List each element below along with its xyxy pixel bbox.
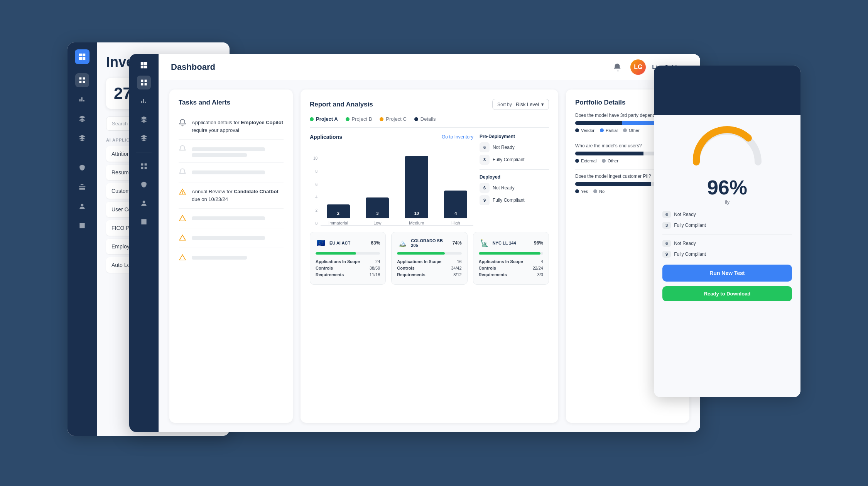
back-sidebar (68, 42, 97, 436)
sidebar-book-icon[interactable] (75, 219, 89, 233)
eu-stat-apps: Applications In Scope 24 (316, 259, 380, 264)
tab-project-b[interactable]: Project B (346, 116, 372, 123)
report-tabs: Project A Project B Project C Detai (310, 116, 549, 128)
sidebar-user-icon[interactable] (75, 199, 89, 213)
co-stat-controls: Controls 34/42 (397, 266, 461, 270)
tab-project-a[interactable]: Project A (310, 116, 338, 123)
sidebar-grid-icon[interactable] (75, 73, 89, 87)
main-sidebar (129, 54, 159, 432)
co-pct: 74% (453, 240, 462, 246)
front-stat-pre-compliant: 3 Fully Compliant (662, 222, 792, 229)
sort-value: Risk Level (516, 101, 539, 107)
bar-immaterial: 2 Immaterial (321, 204, 356, 225)
co-stat-apps: Applications In Scope 16 (397, 259, 461, 264)
main-logo (140, 61, 148, 71)
legend-other-q1: Other (623, 128, 640, 133)
go-to-inventory-link[interactable]: Go to Inventory (442, 134, 473, 140)
bar-high: 4 High (438, 191, 474, 225)
main-sidebar-cube[interactable] (137, 113, 151, 127)
sidebar-chart-icon[interactable] (75, 93, 89, 106)
other-dot-q2 (602, 159, 606, 163)
chart-title: Applications (310, 134, 342, 140)
sidebar-shield-icon[interactable] (75, 161, 89, 175)
deployed-not-ready-label: Not Ready (493, 185, 515, 191)
deployed-title: Deployed (480, 174, 549, 180)
eu-pct: 63% (371, 240, 380, 246)
bar-value-medium: 10 (414, 211, 419, 217)
sidebar-layers-icon[interactable] (75, 131, 89, 145)
task-warn-placeholder-2 (179, 228, 284, 248)
nyc-progress-fill (479, 252, 541, 255)
run-new-test-button[interactable]: Run New Test (662, 265, 792, 282)
other-dot-q1 (623, 128, 627, 132)
report-panel: Report and Analysis Sort by Risk Level ▾… (301, 89, 558, 423)
eu-stat-controls: Controls 38/59 (316, 266, 380, 270)
report-header: Report and Analysis Sort by Risk Level ▾ (310, 99, 549, 110)
compliance-eu: 🇪🇺 EU AI ACT 63% Applications In Scope (310, 232, 386, 285)
main-sidebar-apps[interactable] (137, 159, 151, 173)
sidebar-bank-icon[interactable] (75, 180, 89, 194)
main-sidebar-grid[interactable] (137, 76, 151, 89)
task-placeholder-1 (179, 140, 284, 163)
bell-icon (179, 119, 187, 127)
svg-point-0 (81, 204, 84, 206)
tab-label-a: Project A (316, 116, 338, 122)
main-sidebar-layers[interactable] (137, 131, 151, 145)
gauge-svg (689, 123, 766, 170)
back-logo (75, 49, 90, 64)
eu-progress-bar (316, 252, 380, 255)
tab-dot-b (346, 117, 350, 121)
tab-project-c[interactable]: Project C (380, 116, 406, 123)
other-label-q2: Other (608, 159, 618, 163)
deployed-not-ready-count: 6 (480, 183, 490, 193)
main-content: Dashboard LG Lisa Goldman Tasks and Aler… (159, 54, 700, 432)
co-progress-fill (397, 252, 445, 255)
applications-section: Applications Go to Inventory 10 8 6 (310, 134, 549, 226)
compliance-nyc: 🗽 NYC LL 144 96% Applications In Scope (473, 232, 549, 285)
chart-header: Applications Go to Inventory (310, 134, 473, 140)
task-item: Application details for Employee Copilot… (179, 113, 284, 140)
legend-other-q2: Other (602, 159, 618, 163)
y-label-6: 6 (310, 182, 317, 187)
y-label-2: 2 (310, 208, 317, 213)
notifications-bell[interactable] (610, 60, 624, 74)
sidebar-cube-icon[interactable] (75, 112, 89, 126)
y-label-10: 10 (310, 156, 317, 160)
main-sidebar-user[interactable] (137, 196, 151, 210)
pre-compliant: 3 Fully Compliant (480, 155, 549, 165)
sort-dropdown[interactable]: Sort by Risk Level ▾ (492, 99, 549, 110)
task-warn-placeholder-3 (179, 248, 284, 267)
tab-details[interactable]: Details (414, 116, 436, 123)
deployed-not-ready: 6 Not Ready (480, 183, 549, 193)
front-stat-dep-not-ready: 6 Not Ready (662, 240, 792, 247)
deployed-compliant-label: Fully Compliant (493, 197, 525, 203)
test-results-panel: 96% ily 6 Not Ready 3 Fully Compliant 6 … (654, 66, 800, 397)
report-title: Report and Analysis (310, 101, 373, 108)
bar-value-low: 3 (376, 211, 378, 217)
nyc-stat-requirements: Requirements 3/3 (479, 272, 543, 277)
sort-by-label: Sort by (497, 102, 512, 107)
user-avatar: LG (630, 59, 646, 75)
external-label: External (581, 159, 596, 163)
main-sidebar-chart[interactable] (137, 94, 151, 108)
compliance-suffix: ily (662, 199, 792, 205)
ready-to-download-button[interactable]: Ready to Download (662, 286, 792, 301)
stat-badge-3: 3 (662, 222, 671, 229)
tab-label-c: Project C (386, 116, 406, 122)
main-sidebar-book[interactable] (137, 215, 151, 229)
co-progress-bar (397, 252, 461, 255)
warning-icon (179, 188, 187, 196)
co-flag-icon: 🏔️ (397, 238, 408, 248)
tasks-title: Tasks and Alerts (179, 99, 284, 106)
bar-value-immaterial: 2 (337, 211, 339, 217)
main-sidebar-shield[interactable] (137, 178, 151, 192)
eu-name: EU AI ACT (329, 241, 368, 245)
stat-label-compliant-2: Fully Compliant (674, 251, 706, 257)
stat-label-compliant-1: Fully Compliant (674, 223, 706, 228)
chevron-down-icon: ▾ (541, 101, 544, 107)
partial-label: Partial (606, 128, 618, 133)
stat-badge-9: 9 (662, 251, 671, 258)
pre-not-ready: 6 Not Ready (480, 142, 549, 152)
other-label-q1: Other (629, 128, 640, 133)
bar-value-high: 4 (454, 211, 457, 217)
